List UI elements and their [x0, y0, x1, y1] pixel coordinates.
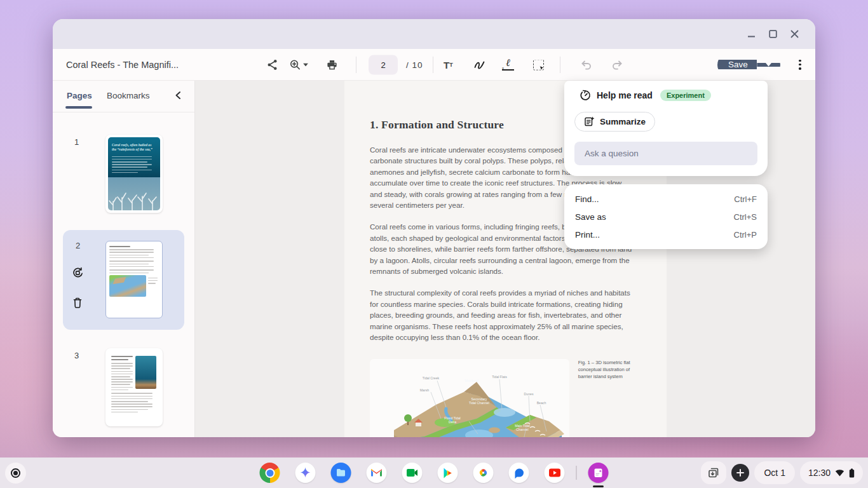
ask-question-input[interactable] — [574, 142, 757, 165]
app-gemini[interactable] — [295, 463, 316, 483]
redo-button[interactable] — [611, 58, 623, 71]
app-gallery-active[interactable] — [588, 463, 609, 483]
draw-pen-button[interactable] — [473, 58, 486, 71]
menu-item-save-as[interactable]: Save as Ctrl+S — [564, 208, 768, 226]
figure-label: Flood Tidal Delta — [441, 416, 464, 424]
overflow-menu: Find... Ctrl+F Save as Ctrl+S Print... C… — [564, 184, 768, 249]
rotate-page-button[interactable] — [72, 267, 84, 279]
maximize-button[interactable] — [762, 25, 783, 44]
pdf-viewer-window: Coral Reefs - The Magnifi... 2 / 10 TT x… — [53, 19, 815, 437]
cover-title: Coral reefs, often hailed as the “rainfo… — [108, 137, 160, 152]
undo-button[interactable] — [580, 58, 593, 71]
page-3-thumbnail[interactable] — [105, 348, 163, 426]
summarize-label: Summarize — [600, 117, 646, 126]
figure-label: Main Tidal Channel — [511, 424, 534, 431]
youtube-icon — [548, 468, 560, 477]
zoom-button[interactable] — [289, 58, 308, 71]
app-gmail[interactable] — [367, 463, 387, 483]
coral-photo — [108, 177, 160, 210]
save-menu-button[interactable] — [757, 63, 780, 67]
save-button[interactable]: Save — [717, 60, 757, 69]
save-split-button: Save — [717, 53, 780, 76]
date-button[interactable]: Oct 1 — [754, 461, 794, 484]
launcher-button[interactable] — [5, 463, 26, 484]
signature-button[interactable]: xℓ — [501, 58, 515, 72]
launcher-icon — [11, 468, 20, 478]
quick-insert-button[interactable] — [731, 464, 749, 482]
text-annotation-button[interactable]: TT — [444, 60, 453, 69]
minimize-button[interactable] — [740, 25, 762, 44]
pdf-toolbar: Coral Reefs - The Magnifi... 2 / 10 TT x… — [53, 49, 815, 81]
figure-label: Tidal Creek — [423, 376, 439, 380]
meet-icon — [406, 468, 419, 478]
toolbar-separator — [356, 57, 356, 73]
menu-item-print[interactable]: Print... Ctrl+P — [564, 226, 768, 243]
figure-label: Tidal Flats — [492, 375, 507, 379]
figure-caption: Fig. 1 – 3D isometric flat conceptual il… — [578, 359, 632, 438]
help-me-read-item[interactable]: Help me read Experiment — [580, 90, 711, 101]
ai-assist-panel: Help me read Experiment Summarize — [564, 81, 768, 176]
tab-pages[interactable]: Pages — [67, 91, 92, 100]
rotate-icon — [72, 267, 84, 279]
divider — [53, 112, 194, 112]
battery-icon — [849, 468, 855, 478]
play-store-icon — [442, 467, 454, 479]
experiment-badge: Experiment — [660, 90, 711, 101]
document-title: Coral Reefs - The Magnifi... — [66, 60, 179, 70]
close-button[interactable] — [783, 25, 805, 44]
chevron-down-icon — [766, 63, 771, 67]
barrier-island-figure: Tidal Creek Mainland Tidal Flats Marsh S… — [370, 359, 569, 438]
running-app-indicator — [593, 485, 604, 487]
more-options-button[interactable] — [795, 59, 805, 69]
tab-bookmarks[interactable]: Bookmarks — [107, 91, 150, 100]
photos-icon — [477, 466, 490, 479]
app-photos[interactable] — [473, 463, 494, 483]
help-me-read-label: Help me read — [597, 90, 653, 100]
page-3-number: 3 — [74, 351, 79, 360]
toolbar-separator — [433, 57, 433, 73]
app-chrome[interactable] — [260, 463, 280, 483]
app-youtube[interactable] — [545, 463, 565, 483]
status-tray[interactable]: 12:30 — [800, 461, 863, 484]
page-2-thumbnail[interactable] — [105, 241, 163, 318]
share-button[interactable] — [266, 58, 278, 71]
screen-capture-icon — [707, 466, 720, 479]
shelf-separator — [576, 466, 577, 480]
messages-icon — [513, 467, 525, 479]
diver-photo — [135, 356, 156, 389]
select-area-button[interactable] — [533, 59, 544, 70]
window-titlebar — [53, 19, 815, 49]
app-files[interactable] — [331, 463, 351, 483]
page-number-input[interactable]: 2 — [369, 55, 398, 74]
app-messages[interactable] — [509, 463, 529, 483]
summarize-button[interactable]: Summarize — [574, 112, 655, 132]
page-2-selected-card[interactable]: 2 — [63, 230, 184, 330]
trash-icon — [72, 297, 83, 309]
gallery-icon — [593, 467, 604, 478]
chevron-left-icon — [173, 90, 184, 100]
page-1-number: 1 — [74, 137, 79, 147]
screen-capture-button[interactable] — [701, 461, 726, 484]
plus-icon — [736, 469, 744, 477]
chevron-down-icon — [303, 63, 308, 66]
figure-label: Dunes — [524, 392, 534, 396]
gmail-icon — [370, 468, 383, 478]
collapse-sidebar-button[interactable] — [173, 90, 184, 100]
page-1-thumbnail[interactable]: Coral reefs, often hailed as the “rainfo… — [105, 135, 163, 213]
page-1-cover: Coral reefs, often hailed as the “rainfo… — [108, 137, 160, 210]
app-play-store[interactable] — [438, 463, 458, 483]
mini-figure — [109, 275, 146, 297]
delete-page-button[interactable] — [72, 297, 83, 309]
gemini-icon — [299, 466, 312, 479]
figure-label: Beach — [537, 401, 546, 405]
paragraph: The structural complexity of coral reefs… — [370, 287, 633, 342]
figure-label: Mainland — [465, 379, 478, 383]
menu-item-find[interactable]: Find... Ctrl+F — [564, 190, 768, 208]
wifi-icon — [835, 469, 844, 477]
help-me-read-icon — [580, 90, 591, 101]
page-count: / 10 — [406, 60, 423, 69]
page-2-number: 2 — [76, 241, 80, 250]
app-meet[interactable] — [402, 463, 423, 483]
print-button[interactable] — [326, 58, 338, 71]
active-tab-indicator — [65, 106, 92, 109]
